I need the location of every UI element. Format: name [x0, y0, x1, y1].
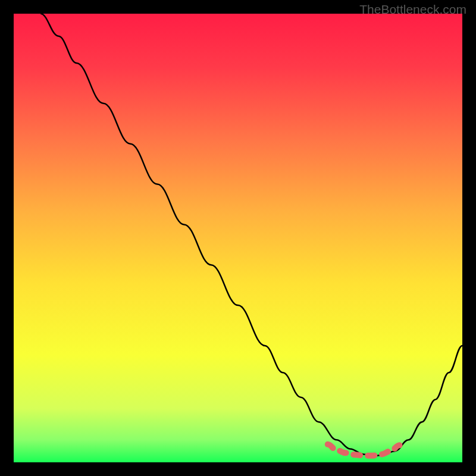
chart-area: [14, 14, 462, 462]
watermark-text: TheBottleneck.com: [359, 2, 466, 17]
chart-svg: [14, 14, 462, 462]
gradient-background: [14, 14, 462, 462]
